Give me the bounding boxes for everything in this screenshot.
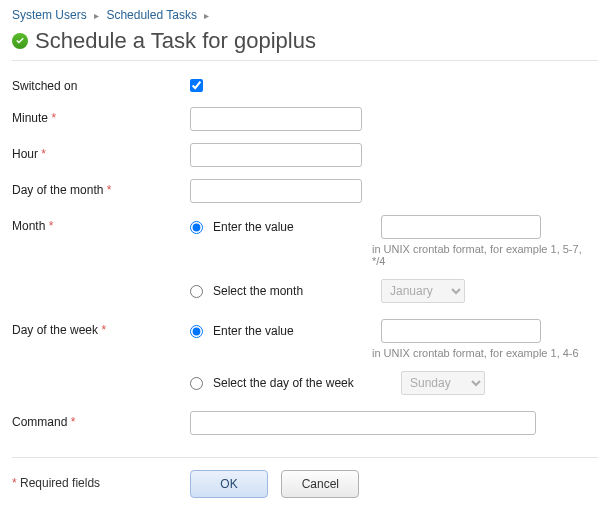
label-day-of-week: Day of the week * — [12, 319, 190, 399]
label-switched-on: Switched on — [12, 75, 190, 95]
label-month: Month * — [12, 215, 190, 307]
chevron-right-icon: ▸ — [94, 10, 99, 21]
day-of-month-input[interactable] — [190, 179, 362, 203]
month-enter-value-radio[interactable] — [190, 221, 203, 234]
month-select[interactable]: January — [381, 279, 465, 303]
cancel-button[interactable]: Cancel — [281, 470, 359, 498]
dow-select-radio[interactable] — [190, 377, 203, 390]
label-hour: Hour * — [12, 143, 190, 167]
label-day-of-month: Day of the month * — [12, 179, 190, 203]
hour-input[interactable] — [190, 143, 362, 167]
required-fields-note: * Required fields — [12, 470, 190, 498]
dow-enter-value-radio[interactable] — [190, 325, 203, 338]
page-title: Schedule a Task for gopiplus — [35, 28, 316, 54]
dow-select-label: Select the day of the week — [213, 376, 391, 390]
breadcrumb-link-scheduled-tasks[interactable]: Scheduled Tasks — [106, 8, 197, 22]
command-input[interactable] — [190, 411, 536, 435]
month-hint: in UNIX crontab format, for example 1, 5… — [372, 243, 598, 267]
month-select-label: Select the month — [213, 284, 371, 298]
dow-enter-value-label: Enter the value — [213, 324, 371, 338]
minute-input[interactable] — [190, 107, 362, 131]
dow-select[interactable]: Sunday — [401, 371, 485, 395]
dow-value-input[interactable] — [381, 319, 541, 343]
chevron-right-icon: ▸ — [204, 10, 209, 21]
switched-on-checkbox[interactable] — [190, 79, 203, 92]
label-command: Command * — [12, 411, 190, 435]
dow-hint: in UNIX crontab format, for example 1, 4… — [372, 347, 598, 359]
month-enter-value-label: Enter the value — [213, 220, 371, 234]
label-minute: Minute * — [12, 107, 190, 131]
breadcrumb: System Users ▸ Scheduled Tasks ▸ — [12, 8, 598, 22]
month-value-input[interactable] — [381, 215, 541, 239]
breadcrumb-link-system-users[interactable]: System Users — [12, 8, 87, 22]
month-select-radio[interactable] — [190, 285, 203, 298]
ok-button[interactable]: OK — [190, 470, 268, 498]
check-circle-icon — [12, 33, 28, 49]
divider — [12, 457, 598, 458]
divider — [12, 60, 598, 61]
